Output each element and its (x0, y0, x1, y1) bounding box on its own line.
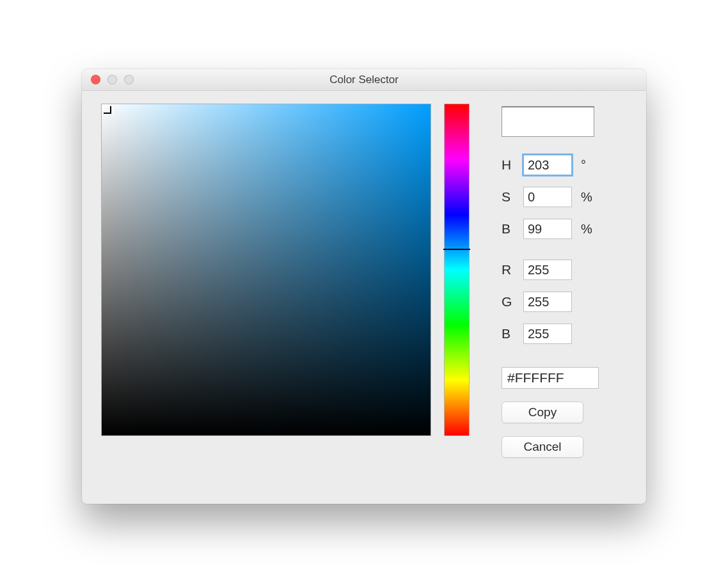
saturation-unit: % (581, 190, 599, 205)
color-selector-window: Color Selector H ° S % B (82, 69, 646, 504)
blue-label: B (502, 326, 514, 341)
red-row: R (502, 260, 627, 280)
hue-row: H ° (502, 155, 627, 175)
titlebar[interactable]: Color Selector (82, 69, 646, 91)
color-swatch (502, 106, 594, 137)
green-row: G (502, 292, 627, 312)
hue-label: H (502, 157, 514, 173)
button-area: Copy Cancel (502, 389, 627, 458)
blue-input[interactable] (523, 324, 572, 344)
content-area: H ° S % B % R G (82, 91, 646, 477)
hue-unit: ° (581, 158, 599, 173)
zoom-icon (124, 75, 134, 84)
red-input[interactable] (523, 260, 572, 280)
blue-row: B (502, 324, 627, 344)
close-icon[interactable] (91, 75, 100, 84)
brightness-input[interactable] (523, 219, 572, 239)
green-input[interactable] (523, 292, 572, 312)
saturation-brightness-panel[interactable] (101, 104, 431, 436)
hue-indicator-icon[interactable] (443, 249, 470, 250)
traffic-lights (82, 75, 134, 84)
copy-button[interactable]: Copy (502, 402, 583, 423)
brightness-label: B (502, 221, 514, 237)
hex-input[interactable] (502, 367, 599, 389)
brightness-unit: % (581, 222, 599, 237)
window-title: Color Selector (82, 74, 646, 86)
red-label: R (502, 262, 514, 277)
hue-input[interactable] (523, 155, 572, 175)
brightness-row: B % (502, 219, 627, 239)
green-label: G (502, 294, 514, 309)
hue-slider[interactable] (444, 104, 470, 436)
cancel-button[interactable]: Cancel (502, 436, 583, 458)
minimize-icon (107, 75, 117, 84)
sb-black-overlay (102, 104, 431, 435)
saturation-label: S (502, 189, 514, 205)
sb-cursor-icon[interactable] (104, 106, 111, 114)
saturation-input[interactable] (523, 187, 572, 207)
right-panel: H ° S % B % R G (482, 104, 627, 458)
saturation-row: S % (502, 187, 627, 207)
